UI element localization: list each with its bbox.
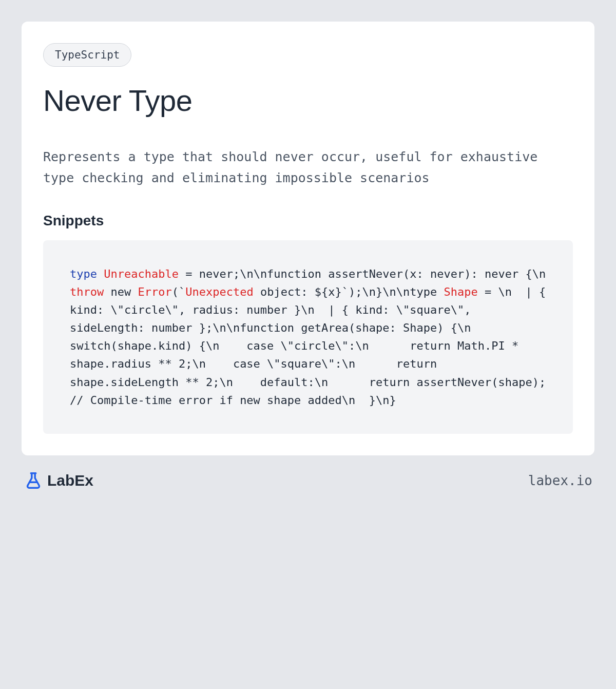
snippets-heading: Snippets xyxy=(43,213,573,229)
code-type: Error xyxy=(138,285,171,298)
code-text: = \n | { kind: \"circle\", radius: numbe… xyxy=(70,285,552,407)
code-snippet-block: type Unreachable = never;\n\nfunction as… xyxy=(43,240,573,434)
code-text: (` xyxy=(172,285,186,298)
code-text: new xyxy=(104,285,138,298)
flask-icon xyxy=(24,471,43,490)
brand-logo: LabEx xyxy=(24,471,93,490)
footer-url: labex.io xyxy=(528,473,592,488)
code-text: object: ${x}`);\n}\n\ntype xyxy=(254,285,444,298)
page-footer: LabEx labex.io xyxy=(22,471,594,490)
description-text: Represents a type that should never occu… xyxy=(43,146,573,189)
page-title: Never Type xyxy=(43,83,573,118)
code-type: Unreachable xyxy=(104,267,179,280)
content-card: TypeScript Never Type Represents a type … xyxy=(22,22,594,455)
code-keyword: throw xyxy=(70,285,104,298)
brand-name: LabEx xyxy=(47,472,93,489)
language-tag: TypeScript xyxy=(43,43,131,67)
code-content: type Unreachable = never;\n\nfunction as… xyxy=(70,265,546,410)
code-keyword: type xyxy=(70,267,97,280)
code-text: Unexpected xyxy=(185,285,253,298)
code-text: = never;\n\nfunction assertNever(x: neve… xyxy=(179,267,560,280)
code-type: Shape xyxy=(444,285,478,298)
